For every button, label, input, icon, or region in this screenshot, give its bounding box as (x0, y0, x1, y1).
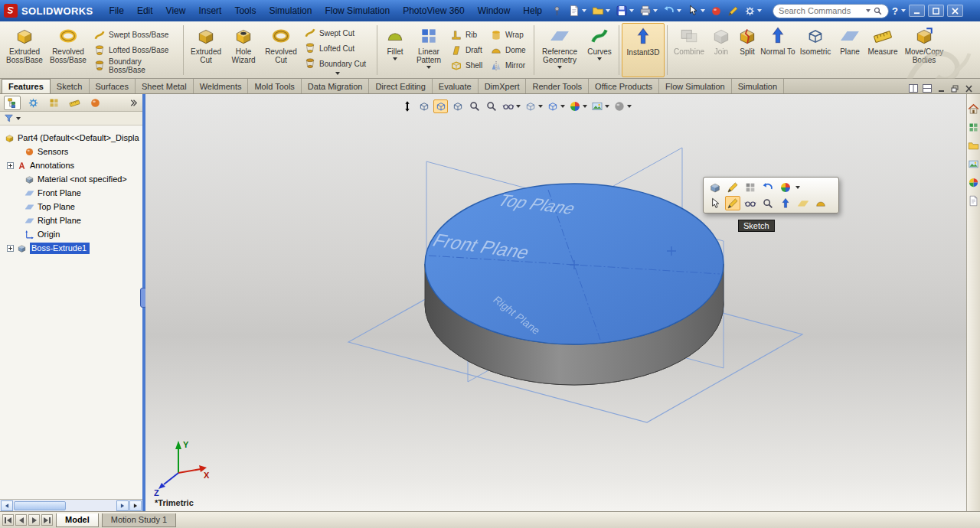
boundary-cut-button[interactable]: Boundary Cut (302, 56, 373, 71)
split-pane-icon[interactable] (908, 83, 919, 93)
shell-button[interactable]: Shell (449, 58, 485, 73)
hide-show-items-icon[interactable] (501, 99, 515, 113)
file-properties-button[interactable] (725, 3, 741, 18)
save-button[interactable] (613, 3, 636, 18)
featuremanager-tree-tab[interactable] (4, 96, 21, 110)
reference-geometry-button[interactable]: Reference Geometry (537, 23, 583, 77)
menu-simulation[interactable]: Simulation (263, 2, 318, 19)
tree-item-origin[interactable]: Origin (3, 227, 142, 241)
tree-item-annotations[interactable]: Annotations (3, 158, 142, 172)
zoom-to-selection-icon[interactable] (760, 196, 776, 210)
extruded-cut-button[interactable]: Extruded Cut (186, 23, 226, 77)
swept-boss-base-button[interactable]: Swept Boss/Base (92, 28, 179, 43)
menu-photoview-360[interactable]: PhotoView 360 (397, 2, 471, 19)
tab-features[interactable]: Features (2, 79, 51, 93)
tab-sheet-metal[interactable]: Sheet Metal (136, 79, 194, 93)
wrap-button[interactable]: Wrap (488, 28, 530, 43)
chevron-down-icon[interactable] (597, 57, 602, 60)
dome-button[interactable]: Dome (488, 43, 530, 58)
previous-view-icon[interactable] (433, 99, 448, 113)
revolved-cut-button[interactable]: Revolved Cut (261, 23, 301, 77)
menu-view[interactable]: View (160, 2, 192, 19)
join-button[interactable]: Join (708, 23, 734, 77)
propertymanager-tab[interactable] (24, 96, 41, 110)
chevron-down-icon[interactable] (866, 9, 871, 12)
lofted-boss-base-button[interactable]: Lofted Boss/Base (92, 43, 179, 58)
split-button[interactable]: Split (734, 23, 760, 77)
window-close-icon[interactable] (963, 83, 974, 93)
search-icon[interactable] (873, 6, 883, 16)
suppress-icon[interactable] (743, 180, 758, 194)
tree-item-sensors[interactable]: Sensors (3, 145, 142, 158)
tab-sketch[interactable]: Sketch (51, 79, 90, 93)
window-minimize-icon[interactable] (936, 83, 946, 93)
mirror-button[interactable]: Mirror (488, 58, 530, 73)
next-tab-button[interactable] (28, 514, 40, 526)
tab-motion-study-1[interactable]: Motion Study 1 (102, 513, 176, 527)
edit-appearance-icon[interactable] (567, 99, 582, 113)
print-button[interactable] (637, 3, 660, 18)
material-icon[interactable] (813, 196, 828, 210)
file-explorer-icon[interactable] (968, 140, 979, 152)
expand-icon[interactable] (7, 162, 14, 169)
solidworks-resources-icon[interactable] (968, 103, 979, 115)
window-restore-icon[interactable] (949, 83, 960, 93)
new-document-button[interactable] (566, 3, 589, 18)
edit-sketch-icon[interactable] (725, 180, 740, 194)
help-button[interactable]: ? (890, 5, 900, 17)
edit-feature-icon[interactable] (707, 180, 723, 194)
view-orientation-icon[interactable] (545, 99, 560, 113)
appearances-icon[interactable] (968, 177, 979, 188)
fillet-button[interactable]: Fillet (380, 23, 410, 77)
search-input[interactable] (779, 6, 864, 15)
zoom-to-area-icon[interactable] (416, 99, 431, 113)
menu-tools[interactable]: Tools (228, 2, 262, 19)
panel-overflow-chevron-icon[interactable] (129, 98, 139, 108)
tab-direct-editing[interactable]: Direct Editing (369, 79, 432, 93)
search-commands-box[interactable] (773, 4, 889, 18)
tab-model[interactable]: Model (56, 513, 99, 527)
tab-flow-simulation[interactable]: Flow Simulation (659, 79, 732, 93)
boundary-boss-base-button[interactable]: Boundary Boss/Base (92, 58, 179, 73)
chevron-down-icon[interactable] (560, 105, 565, 108)
design-library-icon[interactable] (968, 122, 979, 133)
tab-simulation[interactable]: Simulation (732, 79, 784, 93)
displaymanager-tab[interactable] (87, 96, 103, 110)
zoom-in-icon[interactable] (467, 99, 482, 113)
tree-item-boss-extrude1[interactable]: Boss-Extrude1 (3, 241, 142, 255)
pin-icon[interactable] (549, 3, 565, 18)
tree-item-top-plane[interactable]: Top Plane (3, 200, 142, 213)
rib-button[interactable]: Rib (449, 28, 485, 43)
sketch-icon[interactable] (725, 196, 740, 210)
last-tab-button[interactable] (41, 514, 53, 526)
apply-scene-icon[interactable] (590, 99, 604, 113)
zoom-to-fit-icon[interactable] (400, 99, 414, 113)
hole-wizard-button[interactable]: Hole Wizard (226, 23, 261, 77)
chevron-down-icon[interactable] (583, 105, 587, 108)
maximize-button[interactable] (928, 5, 944, 17)
chevron-down-icon[interactable] (426, 66, 431, 69)
menu-edit[interactable]: Edit (131, 2, 159, 19)
appearance-wheel-icon[interactable] (778, 180, 793, 194)
tab-data-migration[interactable]: Data Migration (302, 79, 370, 93)
scrollbar-thumb[interactable] (14, 501, 66, 510)
tab-dimxpert[interactable]: DimXpert (479, 79, 527, 93)
scroll-left-button[interactable] (1, 500, 13, 511)
tree-item-part[interactable]: Part4 (Default<<Default>_Displa (3, 131, 142, 145)
tab-office-products[interactable]: Office Products (589, 79, 659, 93)
curves-button[interactable]: Curves (583, 23, 616, 77)
draft-button[interactable]: Draft (449, 43, 485, 58)
section-view-icon[interactable] (450, 99, 465, 113)
open-button[interactable] (590, 3, 612, 18)
chevron-down-icon[interactable] (627, 105, 632, 108)
select-other-icon[interactable] (707, 196, 723, 210)
menu-window[interactable]: Window (472, 2, 517, 19)
panel-expand-button[interactable] (129, 500, 142, 511)
linear-pattern-button[interactable]: Linear Pattern (410, 23, 447, 77)
rebuild-button[interactable] (708, 3, 724, 18)
tab-mold-tools[interactable]: Mold Tools (248, 79, 301, 93)
view-palette-icon[interactable] (968, 158, 979, 170)
menu-file[interactable]: File (103, 2, 130, 19)
select-button[interactable] (684, 3, 707, 18)
rollback-icon[interactable] (760, 180, 776, 194)
